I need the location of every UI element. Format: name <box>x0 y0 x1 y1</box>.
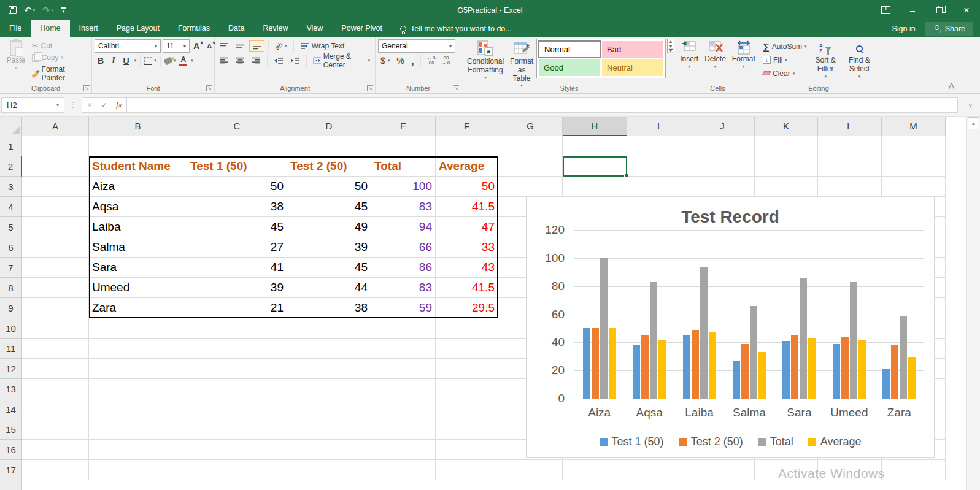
column-header-H[interactable]: H <box>563 117 627 136</box>
cell-I17[interactable] <box>627 460 690 480</box>
restore-button[interactable] <box>926 0 953 20</box>
row-header-8[interactable]: 8 <box>0 278 22 298</box>
bar-test-2-50--laiba[interactable] <box>692 330 699 399</box>
cell-L2[interactable] <box>818 156 882 177</box>
cell-D14[interactable] <box>287 399 371 419</box>
shrink-font-button[interactable]: A▼ <box>205 42 215 50</box>
name-box-dropdown-icon[interactable]: ▾ <box>56 102 59 108</box>
cell-C12[interactable] <box>187 359 287 379</box>
cell-B15[interactable] <box>89 419 187 440</box>
cell-M17[interactable] <box>882 460 946 480</box>
cell-B7[interactable]: Sara <box>89 258 187 278</box>
cell-A4[interactable] <box>22 197 89 217</box>
row-header-4[interactable]: 4 <box>0 197 22 217</box>
cell-E17[interactable] <box>371 460 436 480</box>
accounting-format-button[interactable]: $▾ <box>378 55 392 67</box>
cell-D6[interactable]: 39 <box>287 237 371 258</box>
sort-filter-button[interactable]: AZ Sort & Filter ▾ <box>809 39 843 81</box>
column-header-J[interactable]: J <box>690 117 755 136</box>
cell-C10[interactable] <box>187 318 287 339</box>
cell-C8[interactable]: 39 <box>187 278 287 298</box>
cell-K1[interactable] <box>755 136 818 156</box>
underline-dropdown-icon[interactable]: ▾ <box>134 58 137 63</box>
cell-H3[interactable] <box>563 177 627 197</box>
insert-function-icon[interactable]: fx <box>116 100 122 110</box>
font-size-combo[interactable]: 11▾ <box>163 39 190 53</box>
cell-A11[interactable] <box>22 339 89 359</box>
legend-item-test-1-50-[interactable]: Test 1 (50) <box>600 435 664 448</box>
undo-button[interactable]: ↶▾ <box>21 5 37 16</box>
bar-average-zara[interactable] <box>908 357 916 399</box>
bar-test-2-50--zara[interactable] <box>891 345 898 399</box>
share-button[interactable]: Share <box>925 22 973 36</box>
tab-file[interactable]: File <box>0 20 31 37</box>
customize-qat-button[interactable]: ▾ <box>58 7 68 13</box>
cell-D12[interactable] <box>287 359 371 379</box>
row-header-17[interactable]: 17 <box>0 460 22 480</box>
cell-K2[interactable] <box>755 156 818 177</box>
cell-F17[interactable] <box>436 460 498 480</box>
cell-C11[interactable] <box>187 339 287 359</box>
enter-icon[interactable]: ✓ <box>101 101 107 110</box>
cut-button[interactable]: ✂Cut <box>29 40 89 52</box>
bar-average-salma[interactable] <box>758 352 766 399</box>
font-dialog-launcher[interactable]: ↘ <box>206 85 212 91</box>
bar-total-salma[interactable] <box>750 306 757 399</box>
cell-E12[interactable] <box>371 359 436 379</box>
tab-formulas[interactable]: Formulas <box>169 20 219 37</box>
align-center-button[interactable] <box>233 56 247 66</box>
style-bad[interactable]: Bad <box>602 41 663 58</box>
bar-average-umeed[interactable] <box>858 340 866 399</box>
cell-D15[interactable] <box>287 419 371 440</box>
bar-total-aqsa[interactable] <box>650 282 657 399</box>
cell-D3[interactable]: 50 <box>287 177 371 197</box>
clipboard-dialog-launcher[interactable]: ↘ <box>83 85 90 91</box>
collapse-ribbon-icon[interactable]: ⋀ <box>949 82 954 90</box>
tab-power-pivot[interactable]: Power Pivot <box>332 20 392 37</box>
cell-L3[interactable] <box>818 177 882 197</box>
row-header-10[interactable]: 10 <box>0 318 22 339</box>
cell-B17[interactable] <box>89 460 187 480</box>
cell-A15[interactable] <box>22 419 89 440</box>
cell-D11[interactable] <box>287 339 371 359</box>
underline-button[interactable]: U <box>120 55 133 66</box>
cell-E8[interactable]: 83 <box>371 278 436 298</box>
cell-A7[interactable] <box>22 258 89 278</box>
font-family-combo[interactable]: Calibri▾ <box>95 39 161 53</box>
cell-B5[interactable]: Laiba <box>89 217 187 237</box>
comma-style-button[interactable]: , <box>409 53 417 69</box>
font-color-button[interactable]: A <box>177 56 189 66</box>
format-cells-button[interactable]: Format ▾ <box>729 39 758 71</box>
cell-J2[interactable] <box>690 156 755 177</box>
row-header-6[interactable]: 6 <box>0 237 22 258</box>
bar-test-1-50--zara[interactable] <box>882 369 890 399</box>
column-header-I[interactable]: I <box>627 117 690 136</box>
bar-total-umeed[interactable] <box>850 282 857 399</box>
column-header-C[interactable]: C <box>187 117 287 136</box>
cell-B9[interactable]: Zara <box>89 298 187 318</box>
borders-icon[interactable] <box>144 57 152 65</box>
cell-A5[interactable] <box>22 217 89 237</box>
row-header-12[interactable]: 12 <box>0 359 22 379</box>
bar-test-1-50--umeed[interactable] <box>833 344 840 399</box>
merge-center-button[interactable]: Merge & Center ▾ <box>311 51 372 71</box>
cell-J3[interactable] <box>690 177 755 197</box>
row-header-11[interactable]: 11 <box>0 339 22 359</box>
cell-G1[interactable] <box>498 136 563 156</box>
cell-F9[interactable]: 29.5 <box>436 298 498 318</box>
style-good[interactable]: Good <box>539 59 600 76</box>
bar-test-1-50--sara[interactable] <box>782 341 790 399</box>
tab-view[interactable]: View <box>297 20 332 37</box>
cell-C9[interactable]: 21 <box>187 298 287 318</box>
align-bottom-button[interactable] <box>249 40 264 52</box>
cell-A12[interactable] <box>22 359 89 379</box>
cell-M3[interactable] <box>882 177 946 197</box>
bold-button[interactable]: B <box>95 55 107 66</box>
cell-E7[interactable]: 86 <box>371 258 436 278</box>
bar-total-aiza[interactable] <box>600 258 608 399</box>
cell-C16[interactable] <box>187 440 287 460</box>
cell-E9[interactable]: 59 <box>371 298 436 318</box>
cell-F14[interactable] <box>436 399 498 419</box>
cell-E14[interactable] <box>371 399 436 419</box>
tell-me-box[interactable]: Tell me what you want to do... <box>392 20 520 37</box>
